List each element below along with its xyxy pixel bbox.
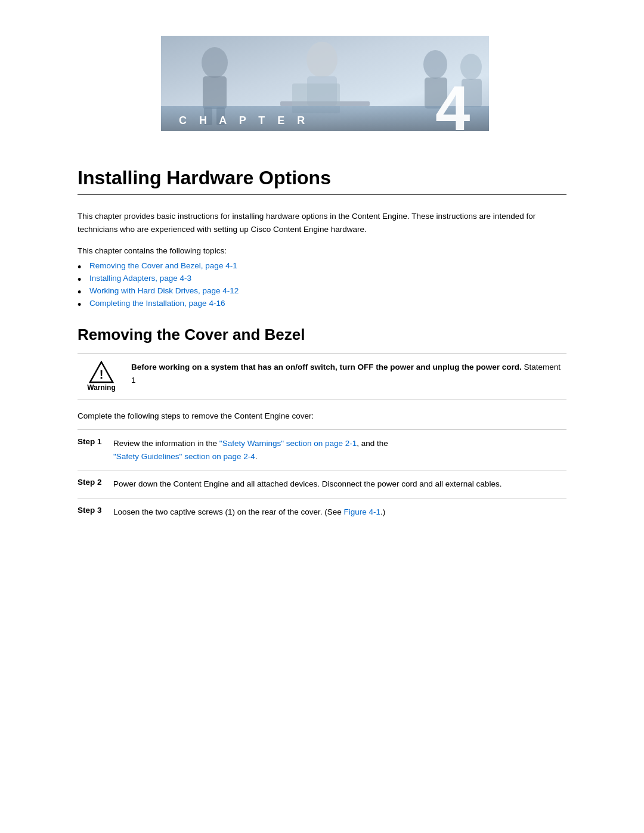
- step-1-label: Step 1: [78, 430, 113, 470]
- svg-point-5: [306, 42, 338, 78]
- topics-label: This chapter contains the following topi…: [78, 246, 566, 255]
- topic-link-4[interactable]: Completing the Installation, page 4-16: [89, 299, 225, 308]
- svg-text:!: !: [100, 368, 104, 381]
- topic-link-2[interactable]: Installing Adapters, page 4-3: [89, 274, 191, 283]
- svg-rect-2: [203, 76, 227, 109]
- section-title-removing: Removing the Cover and Bezel: [78, 326, 566, 344]
- step-2-label: Step 2: [78, 470, 113, 498]
- list-item: Installing Adapters, page 4-3: [78, 274, 566, 283]
- warning-box: ! Warning Before working on a system tha…: [78, 353, 566, 400]
- table-row: Step 2 Power down the Content Engine and…: [78, 470, 566, 498]
- chapter-title: Installing Hardware Options: [78, 167, 566, 189]
- list-item: Completing the Installation, page 4-16: [78, 299, 566, 308]
- table-row: Step 1 Review the information in the "Sa…: [78, 430, 566, 470]
- step-1-link-1[interactable]: "Safety Warnings" section on page 2-1: [219, 439, 357, 448]
- topic-link-1[interactable]: Removing the Cover and Bezel, page 4-1: [89, 261, 237, 270]
- warning-icon-column: ! Warning: [78, 361, 131, 392]
- warning-label: Warning: [87, 383, 116, 392]
- steps-table: Step 1 Review the information in the "Sa…: [78, 429, 566, 525]
- topic-link-3[interactable]: Working with Hard Disk Drives, page 4-12: [89, 286, 239, 295]
- list-item: Working with Hard Disk Drives, page 4-12: [78, 286, 566, 295]
- list-item: Removing the Cover and Bezel, page 4-1: [78, 261, 566, 270]
- step-3-label: Step 3: [78, 498, 113, 525]
- svg-point-1: [202, 47, 228, 78]
- topics-list: Removing the Cover and Bezel, page 4-1 I…: [78, 261, 566, 308]
- step-3-figure-link[interactable]: Figure 4-1: [343, 507, 380, 516]
- warning-triangle-icon: !: [89, 361, 114, 383]
- step-1-text-after: .: [255, 452, 258, 461]
- step-3-text-before: Loosen the two captive screws (1) on the…: [113, 507, 343, 516]
- table-row: Step 3 Loosen the two captive screws (1)…: [78, 498, 566, 525]
- steps-intro: Complete the following steps to remove t…: [78, 411, 566, 420]
- step-3-text-after: .): [380, 507, 385, 516]
- step-2-content: Power down the Content Engine and all at…: [113, 470, 566, 498]
- page-container: C H A P T E R 4 Installing Hardware Opti…: [0, 36, 644, 833]
- warning-bold-text: Before working on a system that has an o…: [131, 363, 522, 371]
- svg-text:C H A P T E R: C H A P T E R: [179, 114, 309, 126]
- svg-text:4: 4: [435, 73, 470, 131]
- step-3-content: Loosen the two captive screws (1) on the…: [113, 498, 566, 525]
- step-1-text-middle: , and the: [357, 439, 388, 448]
- step-1-content: Review the information in the "Safety Wa…: [113, 430, 566, 470]
- chapter-header-image: C H A P T E R 4: [161, 36, 489, 131]
- chapter-title-rule: [78, 194, 566, 195]
- step-1-text-before: Review the information in the: [113, 439, 219, 448]
- step-1-link-2[interactable]: "Safety Guidelines" section on page 2-4: [113, 452, 255, 461]
- main-content: Installing Hardware Options This chapter…: [0, 131, 644, 574]
- warning-content: Before working on a system that has an o…: [131, 361, 566, 386]
- intro-paragraph: This chapter provides basic instructions…: [78, 210, 566, 236]
- header-illustration: C H A P T E R 4: [161, 36, 489, 131]
